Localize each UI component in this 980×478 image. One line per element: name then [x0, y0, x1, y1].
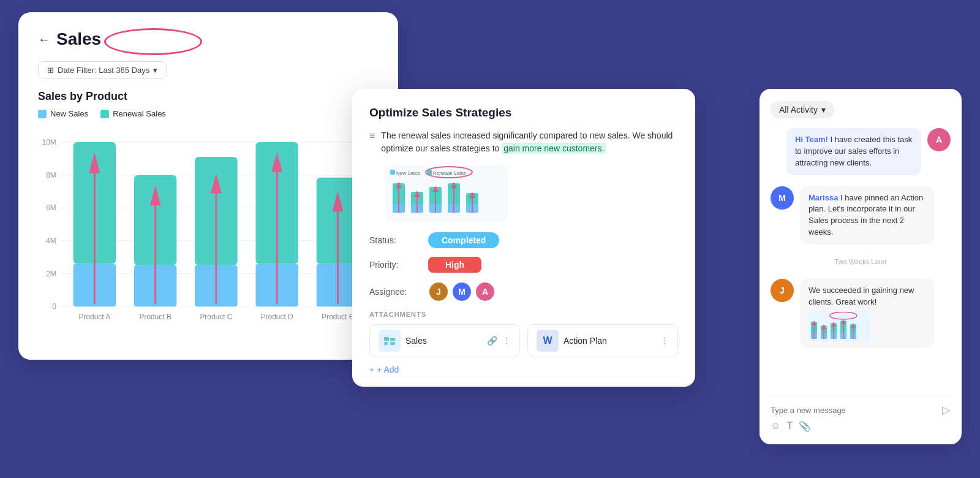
avatar-left-j: J — [771, 279, 794, 302]
clip-icon: 🔗 — [487, 336, 497, 346]
svg-text:Product E: Product E — [322, 313, 353, 321]
activity-header: All Activity ▾ — [771, 101, 951, 118]
message-input[interactable] — [771, 406, 937, 415]
svg-rect-63 — [384, 337, 389, 341]
priority-badge: High — [428, 257, 481, 273]
attachment-thumb-sales — [379, 330, 401, 352]
message-bubble-3: We succeeded in gaining new clients. Gre… — [800, 279, 935, 347]
filter-icon: ⊞ — [47, 66, 54, 75]
attachment-name-sales: Sales — [405, 336, 482, 346]
legend-item-new-sales: New Sales — [38, 109, 88, 118]
date-filter-label: Date Filter: Last 365 Days — [58, 66, 149, 75]
svg-text:Renewal Sales: Renewal Sales — [433, 170, 466, 176]
svg-text:Product B: Product B — [139, 313, 171, 321]
attachment-actions-sales[interactable]: 🔗 ⋮ — [487, 336, 511, 346]
chart-title: Sales by Product — [38, 90, 379, 103]
add-label: + Add — [377, 365, 399, 374]
svg-text:Product A: Product A — [79, 313, 111, 321]
legend-item-renewal-sales: Renewal Sales — [100, 109, 166, 118]
sender-marissa: Marissa — [809, 193, 838, 202]
assignee-field: Assignee: J M A — [369, 281, 678, 302]
attachment-actions-actionplan[interactable]: ⋮ — [660, 336, 669, 346]
status-field: Status: Completed — [369, 232, 678, 248]
legend-color-new-sales — [38, 110, 47, 118]
add-attachment-button[interactable]: + + Add — [369, 365, 678, 374]
msg-text-3: We succeeded in gaining new clients. Gre… — [809, 286, 914, 306]
description-icon: ≡ — [369, 131, 375, 142]
task-title: Optimize Sales Strategies — [369, 106, 678, 120]
chevron-down-icon: ▾ — [153, 66, 157, 75]
chevron-down-icon-activity: ▾ — [821, 105, 826, 115]
assignee-label: Assignee: — [369, 287, 418, 297]
sales-card: ← Sales ⊞ Date Filter: Last 365 Days ▾ S… — [18, 12, 398, 360]
emoji-icon[interactable]: ☺ — [771, 420, 780, 432]
avatar-3: A — [475, 281, 496, 302]
svg-text:Product D: Product D — [261, 313, 293, 321]
attachments-section: ATTACHMENTS Sales 🔗 ⋮ — [369, 311, 678, 374]
attachment-sales[interactable]: Sales 🔗 ⋮ — [369, 324, 520, 357]
svg-text:New Sales: New Sales — [396, 170, 420, 176]
svg-text:2M: 2M — [46, 270, 56, 278]
svg-text:10M: 10M — [42, 138, 56, 146]
text-icon[interactable]: T — [786, 420, 793, 432]
activity-panel: All Activity ▾ Hi Team! I have created t… — [760, 89, 962, 444]
svg-point-87 — [830, 312, 857, 319]
svg-rect-62 — [381, 332, 398, 349]
bar-chart: 10M 8M 6M 4M 2M 0 — [38, 127, 379, 347]
avatar-2: M — [451, 281, 472, 302]
message-input-area: ▷ — [771, 396, 951, 417]
svg-text:4M: 4M — [46, 237, 56, 245]
legend-label-renewal-sales: Renewal Sales — [113, 109, 166, 118]
highlighted-text: gain more new customers. — [502, 143, 606, 154]
more-icon: ⋮ — [502, 336, 511, 346]
legend-color-renewal-sales — [100, 110, 109, 118]
back-button[interactable]: ← — [38, 32, 50, 47]
chart-area: 10M 8M 6M 4M 2M 0 — [38, 127, 379, 347]
attachments-row: Sales 🔗 ⋮ W Action Plan ⋮ — [369, 324, 678, 357]
activity-filter[interactable]: All Activity ▾ — [771, 101, 834, 118]
svg-rect-37 — [390, 170, 395, 175]
svg-text:6M: 6M — [46, 203, 56, 212]
messages-area: Hi Team! I have created this task to imp… — [771, 128, 951, 396]
task-description: ≡ The renewal sales increased significan… — [369, 129, 678, 155]
priority-label: Priority: — [369, 260, 418, 270]
message-bubble-2: Marissa I have pinned an Action plan. Le… — [800, 186, 935, 245]
attachment-name-actionplan: Action Plan — [564, 336, 655, 346]
svg-text:8M: 8M — [46, 171, 56, 180]
avatar-left-marissa: M — [771, 186, 794, 210]
svg-rect-65 — [390, 338, 395, 341]
date-filter[interactable]: ⊞ Date Filter: Last 365 Days ▾ — [38, 61, 167, 79]
msg-highlight-1: Hi Team! — [795, 135, 828, 144]
svg-text:Product C: Product C — [200, 313, 232, 321]
description-text: The renewal sales increased significantl… — [381, 129, 678, 155]
svg-rect-66 — [390, 342, 395, 345]
priority-field: Priority: High — [369, 257, 678, 273]
attachments-label: ATTACHMENTS — [369, 311, 678, 318]
message-row: Hi Team! I have created this task to imp… — [771, 128, 951, 175]
message-row-3: J We succeeded in gaining new clients. G… — [771, 279, 951, 347]
status-label: Status: — [369, 235, 418, 245]
legend-label-new-sales: New Sales — [50, 109, 88, 118]
svg-rect-64 — [384, 342, 388, 345]
attachment-icon[interactable]: 📎 — [799, 420, 811, 432]
task-modal: Optimize Sales Strategies ≡ The renewal … — [352, 89, 695, 387]
svg-text:0: 0 — [52, 302, 56, 311]
attachment-actionplan[interactable]: W Action Plan ⋮ — [527, 324, 678, 357]
add-icon: + — [369, 365, 374, 374]
activity-filter-label: All Activity — [779, 105, 818, 115]
send-button[interactable]: ▷ — [942, 403, 951, 417]
avatar-right-1: A — [927, 128, 951, 151]
chart-legend: New Sales Renewal Sales — [38, 109, 379, 118]
time-divider: Two Weeks Later — [771, 258, 951, 265]
avatar-1: J — [428, 281, 449, 302]
more-icon-2: ⋮ — [660, 336, 669, 346]
input-icons: ☺ T 📎 — [771, 417, 951, 432]
msg-chart-thumb — [809, 312, 870, 341]
message-bubble-1: Hi Team! I have created this task to imp… — [786, 128, 921, 175]
status-badge: Completed — [428, 232, 499, 248]
message-row-2: M Marissa I have pinned an Action plan. … — [771, 186, 951, 245]
chart-preview: New Sales Renewal Sales — [385, 166, 508, 221]
attachment-thumb-w: W — [537, 330, 559, 352]
page-title: Sales — [56, 29, 101, 49]
assignee-avatars: J M A — [428, 281, 496, 302]
